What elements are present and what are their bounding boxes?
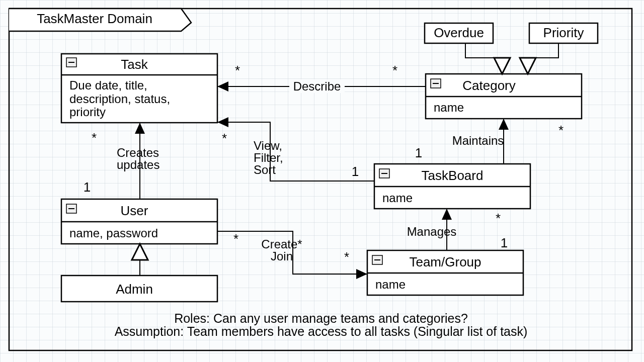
class-overdue-title: Overdue bbox=[434, 25, 484, 40]
class-category[interactable]: Category name bbox=[426, 74, 582, 119]
class-taskboard-attrs: name bbox=[382, 191, 413, 205]
svg-text:Due date, title,: Due date, title, bbox=[69, 78, 147, 92]
svg-text:description, status,: description, status, bbox=[69, 92, 170, 106]
note-roles: Roles: Can any user manage teams and cat… bbox=[174, 311, 468, 325]
assoc-view-filter-sort[interactable] bbox=[217, 122, 374, 181]
label-sort: Sort bbox=[254, 163, 276, 176]
mult-manages-board: * bbox=[496, 211, 501, 226]
label-create: Create* bbox=[261, 237, 302, 251]
svg-text:priority: priority bbox=[69, 105, 106, 119]
class-overdue[interactable]: Overdue bbox=[425, 23, 493, 43]
class-team[interactable]: Team/Group name bbox=[367, 250, 523, 295]
uml-diagram: TaskMaster Domain Task Due date, title, … bbox=[0, 0, 644, 362]
class-taskboard[interactable]: TaskBoard name bbox=[374, 164, 530, 209]
class-priority-title: Priority bbox=[543, 25, 584, 40]
label-join: Join bbox=[271, 249, 293, 263]
mult-describe-task: * bbox=[235, 63, 240, 78]
gen-overdue-category[interactable] bbox=[465, 43, 502, 74]
package-title: TaskMaster Domain bbox=[37, 11, 152, 26]
mult-describe-cat: * bbox=[392, 63, 397, 78]
mult-cu-task: * bbox=[92, 130, 97, 145]
class-user-attrs: name, password bbox=[69, 226, 158, 240]
mult-vfs-task: * bbox=[222, 131, 227, 146]
class-category-attrs: name bbox=[434, 101, 464, 114]
mult-vfs-board: 1 bbox=[352, 164, 359, 179]
mult-cj-user: * bbox=[233, 231, 238, 246]
class-taskboard-title: TaskBoard bbox=[422, 168, 484, 183]
mult-maintains-cat: * bbox=[558, 123, 564, 138]
gen-priority-category[interactable] bbox=[528, 43, 558, 74]
label-creates: Creates bbox=[117, 146, 159, 159]
class-user[interactable]: User name, password bbox=[61, 199, 217, 244]
class-admin-title: Admin bbox=[116, 282, 153, 297]
class-user-title: User bbox=[121, 203, 148, 218]
label-view: View, bbox=[254, 139, 282, 152]
label-updates: updates bbox=[117, 158, 159, 171]
class-team-attrs: name bbox=[375, 278, 406, 291]
mult-cu-user: 1 bbox=[84, 179, 91, 195]
class-task-title: Task bbox=[121, 57, 148, 72]
class-priority[interactable]: Priority bbox=[529, 23, 598, 43]
label-describe: Describe bbox=[293, 79, 341, 93]
label-maintains: Maintains bbox=[452, 134, 504, 147]
note-assumption: Assumption: Team members have access to … bbox=[115, 324, 528, 338]
mult-maintains-board: 1 bbox=[415, 145, 422, 160]
mult-manages-team: 1 bbox=[501, 235, 508, 250]
label-filter: Filter, bbox=[254, 151, 283, 164]
class-task[interactable]: Task Due date, title, description, statu… bbox=[61, 54, 217, 123]
class-category-title: Category bbox=[462, 78, 516, 93]
class-team-title: Team/Group bbox=[409, 254, 481, 269]
class-admin[interactable]: Admin bbox=[61, 276, 217, 302]
label-manages: Manages bbox=[407, 225, 457, 238]
mult-cj-team: * bbox=[344, 249, 349, 264]
